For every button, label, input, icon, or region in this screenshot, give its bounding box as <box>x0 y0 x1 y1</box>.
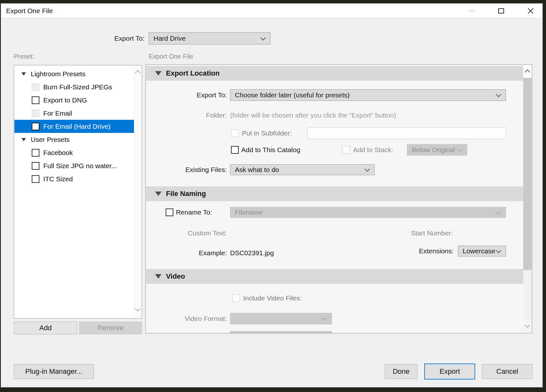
preset-group-lightroom-presets[interactable]: Lightroom Presets <box>14 67 134 80</box>
plugin-manager-button[interactable]: Plug-in Manager... <box>14 364 94 379</box>
preset-item-label: Full Size JPG no water... <box>43 162 117 170</box>
maximize-icon <box>498 8 504 13</box>
preset-list-scrollbar[interactable] <box>134 66 141 318</box>
add-to-catalog-row: Add to This Catalog <box>231 145 300 155</box>
existing-files-dropdown[interactable]: Ask what to do <box>230 164 375 175</box>
scrollbar-thumb[interactable] <box>523 78 532 270</box>
settings-scrollbar[interactable] <box>523 65 532 333</box>
chevron-up-icon[interactable] <box>135 70 141 76</box>
include-video-label: Include Video Files: <box>243 294 302 302</box>
preset-item-label: Facebook <box>43 149 73 157</box>
add-button-label: Add <box>39 324 52 332</box>
video-format-dropdown <box>230 313 332 324</box>
screen: Export One File Export To: Hard Drive Pr… <box>0 0 546 392</box>
extensions-value: Lowercase <box>463 247 495 255</box>
checkbox <box>32 83 39 91</box>
put-in-subfolder-checkbox[interactable] <box>231 129 239 137</box>
section-title: Export Location <box>166 69 219 78</box>
start-number-label: Start Number: <box>372 228 453 239</box>
disclosure-triangle-icon[interactable] <box>21 138 26 141</box>
preset-item-label: Export to DNG <box>43 96 87 104</box>
cancel-button[interactable]: Cancel <box>482 364 533 379</box>
video-quality-dropdown-partial <box>230 331 332 333</box>
chevron-down-icon <box>457 146 463 152</box>
close-icon <box>527 7 534 14</box>
done-button[interactable]: Done <box>385 364 418 379</box>
video-format-label: Video Format: <box>152 313 227 324</box>
add-to-catalog-label: Add to This Catalog <box>241 146 300 154</box>
include-video-checkbox[interactable] <box>232 294 240 302</box>
subfolder-input[interactable] <box>307 127 506 139</box>
scroll-up-button[interactable] <box>523 65 532 78</box>
maximize-button[interactable] <box>493 4 509 18</box>
checkbox[interactable] <box>32 175 39 183</box>
settings-panel: Export Location Export To: Choose folder… <box>145 64 532 333</box>
add-to-stack-row: Add to Stack: <box>342 145 393 155</box>
chevron-down-icon <box>261 35 266 40</box>
preset-group-user-presets[interactable]: User Presets <box>14 133 134 146</box>
preset-item-export-to-dng[interactable]: Export to DNG <box>14 94 134 107</box>
export-button[interactable]: Export <box>424 363 475 380</box>
rename-template-value: Filename <box>235 208 262 216</box>
checkbox[interactable] <box>32 96 39 104</box>
add-to-stack-label: Add to Stack: <box>353 146 393 154</box>
settings-panel-content: Export Location Export To: Choose folder… <box>146 65 524 333</box>
section-header-file-naming[interactable]: File Naming <box>146 186 523 201</box>
preset-item-facebook[interactable]: Facebook <box>14 146 134 159</box>
chevron-down-icon[interactable] <box>135 306 141 312</box>
extensions-dropdown[interactable]: Lowercase <box>458 246 506 257</box>
preset-item-itc-sized[interactable]: ITC Sized <box>14 172 134 185</box>
export-to-label: Export To: <box>78 32 145 45</box>
rename-to-row: Rename To: <box>166 207 212 218</box>
checkbox <box>32 110 39 117</box>
disclosure-triangle-icon[interactable] <box>21 72 26 76</box>
settings-panel-title: Export One File <box>149 52 193 61</box>
preset-panel-label: Preset: <box>14 52 34 61</box>
section-header-export-location[interactable]: Export Location <box>146 66 523 81</box>
section-header-video[interactable]: Video <box>146 269 523 284</box>
chevron-down-icon <box>496 92 501 97</box>
checkbox[interactable] <box>32 123 39 130</box>
put-in-subfolder-label: Put in Subfolder: <box>242 129 292 137</box>
checkbox[interactable] <box>32 162 39 170</box>
preset-item-full-size-jpg[interactable]: Full Size JPG no water... <box>14 159 134 172</box>
scroll-down-button[interactable] <box>523 320 532 333</box>
location-export-to-label: Export To: <box>165 89 227 101</box>
add-button[interactable]: Add <box>14 322 77 334</box>
extensions-label: Extensions: <box>370 246 454 257</box>
chevron-down-icon <box>365 166 370 172</box>
export-to-value: Hard Drive <box>153 35 186 42</box>
section-title: Video <box>166 272 185 281</box>
done-label: Done <box>393 367 410 376</box>
preset-item-for-email[interactable]: For Email <box>14 107 134 120</box>
rename-to-label: Rename To: <box>176 208 212 216</box>
location-export-to-value: Choose folder later (useful for presets) <box>235 91 350 99</box>
plugin-manager-label: Plug-in Manager... <box>25 367 83 376</box>
preset-item-for-email-hard-drive[interactable]: For Email (Hard Drive) <box>14 120 134 133</box>
remove-button-label: Remove <box>97 324 124 332</box>
example-value: DSC02391.jpg <box>230 248 274 258</box>
checkbox[interactable] <box>32 149 39 157</box>
preset-group-label: Lightroom Presets <box>31 70 85 78</box>
existing-files-label: Existing Files: <box>152 164 227 175</box>
export-dialog: Export One File Export To: Hard Drive Pr… <box>1 3 543 388</box>
stack-position-dropdown: Below Original <box>407 144 467 156</box>
section-collapse-icon[interactable] <box>155 274 161 279</box>
preset-item-label: Burn Full-Sized JPEGs <box>43 83 112 91</box>
location-export-to-dropdown[interactable]: Choose folder later (useful for presets) <box>230 89 506 101</box>
export-to-dropdown[interactable]: Hard Drive <box>149 32 270 45</box>
preset-item-label: For Email (Hard Drive) <box>43 123 111 130</box>
section-collapse-icon[interactable] <box>155 71 161 76</box>
preset-item-label: ITC Sized <box>43 175 73 183</box>
add-to-stack-checkbox <box>342 146 350 154</box>
chevron-down-icon <box>496 248 501 253</box>
add-to-catalog-checkbox[interactable] <box>231 146 239 154</box>
folder-note: (folder will be chosen after you click t… <box>230 110 396 121</box>
section-collapse-icon[interactable] <box>155 192 161 196</box>
remove-button: Remove <box>79 322 142 334</box>
preset-item-burn-full-sized-jpegs[interactable]: Burn Full-Sized JPEGs <box>14 80 134 94</box>
title-bar: Export One File <box>1 4 542 18</box>
close-button[interactable] <box>523 4 538 18</box>
rename-to-checkbox[interactable] <box>166 208 173 216</box>
chevron-down-icon <box>496 209 501 214</box>
